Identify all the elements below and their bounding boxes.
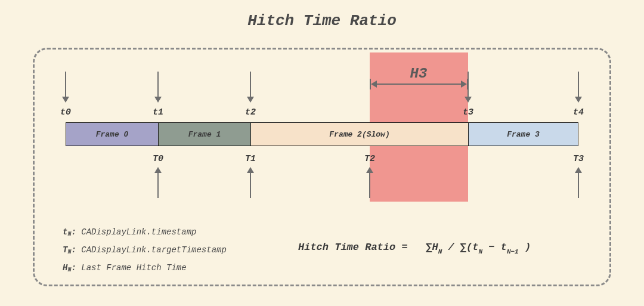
hitch-tick-right [467,79,468,89]
target-timestamp-label-0: T0 [153,154,163,164]
timestamp-label-4: t4 [573,107,584,118]
hitch-label: H3 [410,66,428,82]
timestamp-arrow-0 [65,72,66,101]
frame-0: Frame 0 [66,122,158,146]
frame-2: Frame 2(Slow) [250,122,468,146]
target-timestamp-arrow-1 [250,168,251,198]
frame-3: Frame 3 [468,122,578,146]
legend: tN: CADisplayLink.timestamp TN: CADispla… [63,224,227,277]
timestamp-label-1: t1 [153,107,163,118]
hitch-tick-left [370,79,371,89]
frame-1: Frame 1 [158,122,250,146]
timestamp-label-2: t2 [245,107,256,118]
timestamp-arrow-1 [157,72,159,101]
target-timestamp-label-1: T1 [245,154,256,164]
frame-timeline: Frame 0Frame 1Frame 2(Slow)Frame 3 [66,122,578,146]
target-timestamp-arrow-0 [157,168,159,198]
target-timestamp-arrow-2 [369,168,370,198]
formula: Hitch Time Ratio = ∑HN / ∑(tN − tN−1 ) [298,242,531,254]
target-timestamp-label-3: T3 [573,154,584,164]
legend-Hn: HN: Last Frame Hitch Time [63,259,227,277]
legend-tn: tN: CADisplayLink.timestamp [63,224,227,242]
target-timestamp-label-2: T2 [364,154,375,164]
timestamp-arrow-4 [578,72,579,101]
timestamp-arrow-2 [250,72,251,101]
diagram-title: Hitch Time Ratio [0,12,644,30]
hitch-span-arrow [372,84,466,85]
target-timestamp-arrow-3 [578,168,579,198]
timestamp-label-3: t3 [463,107,473,118]
legend-Tn: TN: CADisplayLink.targetTimestamp [63,242,227,259]
timestamp-label-0: t0 [60,107,71,118]
